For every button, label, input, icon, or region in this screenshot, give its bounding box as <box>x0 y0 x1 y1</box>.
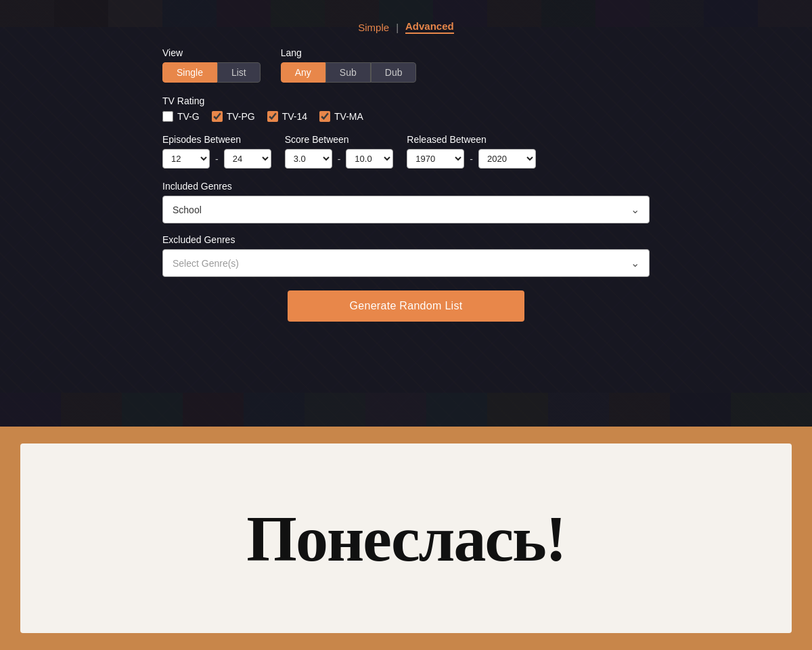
included-genres-value: School <box>173 204 202 215</box>
episodes-from-select[interactable]: 1 6 12 24 48 <box>162 149 210 169</box>
rating-tv-14[interactable]: TV-14 <box>267 111 307 122</box>
lang-group: Lang Any Sub Dub <box>281 47 417 83</box>
included-genres-dropdown[interactable]: School ⌄ <box>162 196 650 223</box>
tv-ma-checkbox[interactable] <box>319 111 330 122</box>
view-lang-row: View Single List Lang Any Sub Dub <box>162 47 650 83</box>
simple-link[interactable]: Simple <box>358 22 389 33</box>
result-card: Понеслась! <box>20 443 792 633</box>
excluded-genres-chevron-icon: ⌄ <box>631 257 639 269</box>
lang-dub-button[interactable]: Dub <box>371 62 417 83</box>
tv-pg-checkbox[interactable] <box>212 111 223 122</box>
score-label: Score Between <box>285 134 394 145</box>
included-genres-section: Included Genres School ⌄ <box>162 181 650 223</box>
excluded-genres-dropdown[interactable]: Select Genre(s) ⌄ <box>162 249 650 277</box>
excluded-genres-section: Excluded Genres Select Genre(s) ⌄ <box>162 234 650 277</box>
toggle-divider: | <box>396 22 399 33</box>
score-from-select[interactable]: 1.0 2.0 3.0 4.0 5.0 <box>285 149 332 169</box>
score-to-select[interactable]: 5.0 6.0 7.0 8.0 9.0 10.0 <box>346 149 393 169</box>
bottom-section: Понеслась! <box>0 427 812 650</box>
excluded-genres-label: Excluded Genres <box>162 234 650 245</box>
included-genres-label: Included Genres <box>162 181 650 192</box>
generate-button[interactable]: Generate Random List <box>288 290 524 322</box>
lang-any-button[interactable]: Any <box>281 62 325 83</box>
range-section: Episodes Between 1 6 12 24 48 - 12 24 48 <box>162 134 650 169</box>
score-dash: - <box>338 154 341 165</box>
released-from-select[interactable]: 1960 1965 1970 1975 1980 1985 1990 1995 … <box>407 149 464 169</box>
view-label: View <box>162 47 261 58</box>
included-genres-chevron-icon: ⌄ <box>631 203 639 216</box>
lang-label: Lang <box>281 47 417 58</box>
content-panel: Simple | Advanced View Single List Lang … <box>142 7 670 342</box>
tv-rating-label: TV Rating <box>162 95 204 106</box>
lang-sub-button[interactable]: Sub <box>325 62 371 83</box>
tv-14-checkbox[interactable] <box>267 111 278 122</box>
view-single-button[interactable]: Single <box>162 62 217 83</box>
tv-g-checkbox[interactable] <box>162 111 173 122</box>
episodes-dash: - <box>215 154 219 165</box>
view-list-button[interactable]: List <box>217 62 261 83</box>
excluded-genres-placeholder: Select Genre(s) <box>173 258 239 269</box>
released-dash: - <box>470 154 473 165</box>
top-section: Simple | Advanced View Single List Lang … <box>0 0 812 427</box>
rating-row: TV-G TV-PG TV-14 TV-MA <box>162 111 650 122</box>
episodes-group: Episodes Between 1 6 12 24 48 - 12 24 48 <box>162 134 271 169</box>
view-btn-group: Single List <box>162 62 261 83</box>
result-text: Понеслась! <box>246 501 566 576</box>
rating-tv-ma[interactable]: TV-MA <box>319 111 363 122</box>
lang-btn-group: Any Sub Dub <box>281 62 417 83</box>
view-group: View Single List <box>162 47 261 83</box>
episodes-label: Episodes Between <box>162 134 271 145</box>
score-group: Score Between 1.0 2.0 3.0 4.0 5.0 - 5.0 … <box>285 134 394 169</box>
score-controls: 1.0 2.0 3.0 4.0 5.0 - 5.0 6.0 7.0 8.0 9.… <box>285 149 394 169</box>
advanced-link[interactable]: Advanced <box>405 20 454 34</box>
released-group: Released Between 1960 1965 1970 1975 198… <box>407 134 536 169</box>
tv-rating-section: TV Rating TV-G TV-PG TV-14 TV-MA <box>162 95 650 122</box>
rating-tv-pg[interactable]: TV-PG <box>212 111 255 122</box>
released-to-select[interactable]: 2000 2005 2010 2015 2020 2023 2024 <box>478 149 536 169</box>
released-label: Released Between <box>407 134 536 145</box>
episodes-controls: 1 6 12 24 48 - 12 24 48 100 500 <box>162 149 271 169</box>
mode-toggle: Simple | Advanced <box>162 20 650 34</box>
rating-tv-g[interactable]: TV-G <box>162 111 200 122</box>
released-controls: 1960 1965 1970 1975 1980 1985 1990 1995 … <box>407 149 536 169</box>
episodes-to-select[interactable]: 12 24 48 100 500 <box>224 149 271 169</box>
